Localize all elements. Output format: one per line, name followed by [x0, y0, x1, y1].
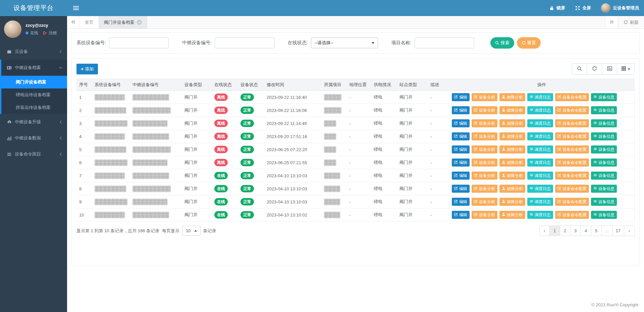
row-action-button[interactable]: 设备信息	[591, 93, 617, 101]
row-action-button[interactable]: 设备信息	[591, 159, 617, 167]
sidebar-toggle-button[interactable]	[67, 0, 85, 16]
row-action-button[interactable]: 设备分析	[472, 198, 497, 206]
tab-valve-well-files[interactable]: 阀门井设备档案	[99, 16, 147, 28]
row-action-button[interactable]: 设备信息	[591, 119, 617, 127]
row-action-button[interactable]: 故障分析	[499, 185, 525, 193]
add-button[interactable]: + 添加	[76, 64, 98, 74]
toggle-search-button[interactable]	[572, 63, 587, 75]
row-action-button[interactable]: 设备分析	[472, 159, 497, 167]
row-action-button[interactable]: 调度日志	[527, 106, 553, 114]
page-button-5[interactable]: 5	[591, 226, 602, 236]
row-action-button[interactable]: 调度日志	[527, 93, 553, 101]
fullscreen-button[interactable]: 全屏	[570, 0, 596, 16]
sidebar-item-valve-well-files[interactable]: 阀门井设备档案	[1, 76, 67, 88]
project-name-input[interactable]	[415, 38, 474, 48]
row-action-button[interactable]: 编辑	[452, 132, 470, 140]
page-button-17[interactable]: 17	[612, 226, 624, 236]
page-button-4[interactable]: 4	[581, 226, 591, 236]
page-button-1[interactable]: 1	[550, 226, 560, 236]
tab-refresh-button[interactable]: 刷新	[618, 16, 644, 28]
row-action-button[interactable]: 故障分析	[499, 211, 525, 219]
online-status-select[interactable]: --请选择--	[311, 38, 378, 48]
page-button-3[interactable]: 3	[571, 226, 581, 236]
row-action-button[interactable]: 调度日志	[527, 159, 553, 167]
row-action-button[interactable]: 故障分析	[499, 93, 525, 101]
tabs-scroll-left-button[interactable]	[67, 16, 80, 28]
row-action-button[interactable]: 调度日志	[527, 119, 553, 127]
tab-close-icon[interactable]	[137, 20, 142, 25]
row-action-button[interactable]: 故障分析	[499, 172, 525, 180]
row-action-button[interactable]: 编辑	[452, 145, 470, 153]
row-action-button[interactable]: 设备信息	[591, 185, 617, 193]
sidebar-item-gas-device-data[interactable]: 中燃设备数据	[0, 130, 67, 146]
row-action-button[interactable]: 故障分析	[499, 119, 525, 127]
gas-code-input[interactable]	[215, 38, 274, 48]
refresh-table-button[interactable]	[587, 63, 602, 75]
row-action-button[interactable]: 设备命令配置	[555, 106, 589, 114]
row-action-button[interactable]: 调度日志	[527, 132, 553, 140]
tabs-scroll-right-button[interactable]	[605, 16, 618, 28]
admin-menu[interactable]: 云设备管理员	[596, 0, 644, 16]
row-action-button[interactable]: 设备分析	[472, 211, 497, 219]
row-action-button[interactable]: 设备信息	[591, 106, 617, 114]
lock-screen-button[interactable]: 锁屏	[544, 0, 570, 16]
row-action-button[interactable]: 故障分析	[499, 145, 525, 153]
sidebar-item-cloud-devices[interactable]: 云设备	[0, 44, 67, 60]
user-avatar[interactable]	[4, 20, 21, 38]
sidebar-item-assembled-remote-files[interactable]: 拼装远传设备档案	[1, 101, 67, 114]
row-action-button[interactable]: 设备命令配置	[555, 145, 589, 153]
row-action-button[interactable]: 调度日志	[527, 172, 553, 180]
row-action-button[interactable]: 调度日志	[527, 145, 553, 153]
row-action-button[interactable]: 设备分析	[472, 172, 497, 180]
row-action-button[interactable]: 编辑	[452, 198, 470, 206]
tab-home[interactable]: 首页	[80, 16, 99, 28]
row-action-button[interactable]: 设备信息	[591, 211, 617, 219]
row-action-button[interactable]: 编辑	[452, 211, 470, 219]
row-action-button[interactable]: 调度日志	[527, 185, 553, 193]
search-button[interactable]: 搜索	[490, 37, 514, 49]
page-next-button[interactable]: ›	[624, 226, 635, 236]
row-action-button[interactable]: 编辑	[452, 119, 470, 127]
system-code-input[interactable]	[109, 38, 169, 48]
row-action-button[interactable]: 设备分析	[472, 185, 497, 193]
row-action-button[interactable]: 设备命令配置	[555, 172, 589, 180]
page-prev-button[interactable]: ‹	[539, 226, 550, 236]
row-action-button[interactable]: 设备信息	[591, 172, 617, 180]
row-action-button[interactable]: 编辑	[452, 159, 470, 167]
row-action-button[interactable]: 设备信息	[591, 132, 617, 140]
columns-button[interactable]	[617, 63, 635, 75]
reset-button[interactable]: 重置	[517, 37, 541, 49]
row-action-button[interactable]: 故障分析	[499, 106, 525, 114]
row-action-button[interactable]: 设备分析	[472, 106, 497, 114]
row-action-button[interactable]: 设备分析	[472, 93, 497, 101]
row-action-button[interactable]: 设备分析	[472, 132, 497, 140]
row-action-button[interactable]: 设备分析	[472, 145, 497, 153]
row-action-button[interactable]: 设备信息	[591, 198, 617, 206]
page-button-2[interactable]: 2	[560, 226, 571, 236]
page-size-select[interactable]: 10	[182, 226, 200, 236]
row-action-button[interactable]: 编辑	[452, 106, 470, 114]
row-action-button[interactable]: 故障分析	[499, 132, 525, 140]
sidebar-item-device-command-tracking[interactable]: 设备命令跟踪	[0, 146, 67, 162]
logout-link[interactable]: 注销	[49, 30, 57, 36]
row-action-button[interactable]: 设备命令配置	[555, 159, 589, 167]
row-action-button[interactable]: 设备分析	[472, 119, 497, 127]
row-action-button[interactable]: 故障分析	[499, 159, 525, 167]
row-action-button[interactable]: 编辑	[452, 93, 470, 101]
sidebar-item-gas-device-upgrade[interactable]: 中燃设备升级	[0, 114, 67, 130]
row-action-button[interactable]: 设备命令配置	[555, 132, 589, 140]
row-action-button[interactable]: 编辑	[452, 172, 470, 180]
row-action-button[interactable]: 设备命令配置	[555, 198, 589, 206]
sidebar-item-gas-device-files[interactable]: 中燃设备档案	[1, 60, 67, 76]
row-action-button[interactable]: 编辑	[452, 185, 470, 193]
sidebar-item-lithium-remote-files[interactable]: 锂电远传设备档案	[1, 88, 67, 101]
row-action-button[interactable]: 设备信息	[591, 145, 617, 153]
row-action-button[interactable]: 设备命令配置	[555, 93, 589, 101]
row-action-button[interactable]: 设备命令配置	[555, 119, 589, 127]
row-action-button[interactable]: 调度日志	[527, 211, 553, 219]
row-action-button[interactable]: 调度日志	[527, 198, 553, 206]
row-action-button[interactable]: 设备命令配置	[555, 211, 589, 219]
detail-view-button[interactable]	[602, 63, 617, 75]
row-action-button[interactable]: 设备命令配置	[555, 185, 589, 193]
row-action-button[interactable]: 故障分析	[499, 198, 525, 206]
